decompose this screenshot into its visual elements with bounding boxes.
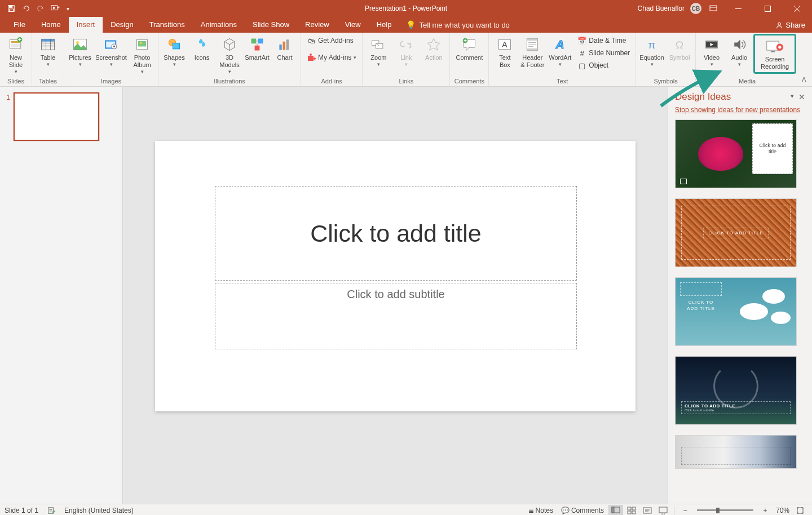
zoom-in-button[interactable]: + xyxy=(758,505,773,516)
new-slide-button[interactable]: New Slide ▾ xyxy=(2,34,29,76)
tell-me-search[interactable]: 💡 Tell me what you want to do xyxy=(406,20,509,33)
undo-icon[interactable] xyxy=(19,2,33,15)
notes-icon: ≣ xyxy=(528,507,534,514)
shapes-button[interactable]: Shapes ▾ xyxy=(161,34,188,69)
action-button[interactable]: Action xyxy=(420,34,447,63)
link-button[interactable]: Link ▾ xyxy=(392,34,420,69)
zoom-percent[interactable]: 70% xyxy=(776,507,789,514)
comments-button[interactable]: 💬Comments xyxy=(558,505,607,516)
3d-models-button[interactable]: 3D Models ▾ xyxy=(216,34,243,76)
zoom-thumb[interactable] xyxy=(716,508,720,513)
group-tables: Table ▾ Tables xyxy=(32,33,64,86)
fit-to-window-button[interactable] xyxy=(793,505,807,516)
tab-help[interactable]: Help xyxy=(369,17,400,33)
notes-button[interactable]: ≣Notes xyxy=(525,505,557,516)
collapse-ribbon-button[interactable]: ᐱ xyxy=(800,75,809,85)
group-slides: New Slide ▾ Slides xyxy=(0,33,32,86)
store-icon: 🛍 xyxy=(307,36,316,45)
chart-button[interactable]: Chart xyxy=(271,34,298,63)
thumbnail-preview[interactable] xyxy=(14,92,99,141)
smartart-button[interactable]: SmartArt xyxy=(244,34,271,63)
chevron-down-icon: ▾ xyxy=(47,61,50,67)
zoom-out-button[interactable]: − xyxy=(678,505,692,516)
save-icon[interactable] xyxy=(5,2,18,15)
pane-close-icon[interactable]: ✕ xyxy=(798,92,805,101)
tab-design[interactable]: Design xyxy=(103,17,141,33)
start-from-beginning-icon[interactable] xyxy=(48,2,62,15)
design-ideas-list[interactable]: Click to add title CLICK TO ADD TITLE CL… xyxy=(668,119,812,504)
reading-view-button[interactable] xyxy=(640,505,655,516)
pictures-button[interactable]: Pictures ▾ xyxy=(67,34,94,69)
thumbnail-slide-1[interactable]: 1 xyxy=(5,92,118,141)
zoom-button[interactable]: Zoom ▾ xyxy=(365,34,392,69)
video-button[interactable]: Video ▾ xyxy=(698,34,725,69)
comment-button[interactable]: Comment xyxy=(452,34,486,63)
close-button[interactable] xyxy=(784,0,810,17)
header-footer-button[interactable]: Header & Footer xyxy=(519,34,546,70)
slide-canvas[interactable]: Click to add title Click to add subtitle xyxy=(123,87,668,504)
svg-point-32 xyxy=(310,54,312,56)
group-images-label: Images xyxy=(67,77,156,86)
title-placeholder[interactable]: Click to add title xyxy=(215,186,577,281)
slide-counter[interactable]: Slide 1 of 1 xyxy=(5,507,38,514)
tab-animations[interactable]: Animations xyxy=(193,17,245,33)
chevron-down-icon: ▾ xyxy=(228,69,231,74)
screenshot-button[interactable]: Screenshot ▾ xyxy=(94,34,128,69)
icons-button[interactable]: Icons xyxy=(188,34,215,63)
group-comments-label: Comments xyxy=(452,77,486,86)
symbol-icon: Ω xyxy=(670,35,689,54)
tab-slideshow[interactable]: Slide Show xyxy=(245,17,297,33)
group-illustrations: Shapes ▾ Icons 3D Models ▾ SmartArt Char… xyxy=(158,33,301,86)
subtitle-placeholder[interactable]: Click to add subtitle xyxy=(215,283,577,349)
date-time-button[interactable]: 📅Date & Time xyxy=(575,35,632,46)
spellcheck-icon[interactable] xyxy=(47,507,55,514)
screen-recording-button[interactable]: Screen Recording xyxy=(756,35,793,72)
table-button[interactable]: Table ▾ xyxy=(34,34,61,69)
tab-file[interactable]: File xyxy=(6,17,33,33)
minimize-button[interactable] xyxy=(725,0,751,17)
design-idea-4[interactable]: CLICK TO ADD TITLE Click to add subtitle xyxy=(675,356,797,425)
slideshow-view-button[interactable] xyxy=(656,505,670,516)
zoom-slider[interactable] xyxy=(697,509,753,511)
wordart-button[interactable]: A WordArt ▾ xyxy=(546,34,573,69)
slide-number-button[interactable]: #Slide Number xyxy=(575,47,632,59)
share-button[interactable]: Share xyxy=(775,21,805,29)
tab-home[interactable]: Home xyxy=(33,17,69,33)
equation-button[interactable]: π Equation ▾ xyxy=(638,34,665,69)
screen-recording-icon xyxy=(766,37,784,55)
pane-options-icon[interactable]: ▾ xyxy=(791,92,794,101)
group-text-label: Text xyxy=(491,77,633,86)
design-idea-1[interactable]: Click to add title xyxy=(675,119,797,188)
qat-customize-icon[interactable]: ▾ xyxy=(63,2,72,15)
document-title: Presentation1 - PowerPoint xyxy=(365,5,447,12)
user-name[interactable]: Chad Buenaflor xyxy=(638,5,685,12)
language-indicator[interactable]: English (United States) xyxy=(64,507,134,514)
tab-review[interactable]: Review xyxy=(297,17,337,33)
normal-view-button[interactable] xyxy=(608,505,623,516)
user-avatar[interactable]: CB xyxy=(690,3,701,14)
audio-button[interactable]: Audio ▾ xyxy=(726,34,753,69)
ribbon-display-options-icon[interactable] xyxy=(705,0,722,17)
tab-transitions[interactable]: Transitions xyxy=(142,17,193,33)
screenshot-label: Screenshot xyxy=(95,54,127,61)
group-symbols: π Equation ▾ Ω Symbol Symbols xyxy=(636,33,696,86)
object-button[interactable]: ▢Object xyxy=(575,60,632,71)
redo-icon[interactable] xyxy=(34,2,47,15)
slide[interactable]: Click to add title Click to add subtitle xyxy=(155,141,636,411)
symbol-button[interactable]: Ω Symbol xyxy=(666,34,693,63)
design-idea-5[interactable] xyxy=(675,435,797,469)
annotation-highlight: Screen Recording xyxy=(753,34,796,74)
get-addins-button[interactable]: 🛍Get Add-ins xyxy=(304,35,359,46)
title-bar: ▾ Presentation1 - PowerPoint Chad Buenaf… xyxy=(0,0,812,17)
stop-showing-ideas-link[interactable]: Stop showing ideas for new presentations xyxy=(668,105,812,119)
slide-sorter-view-button[interactable] xyxy=(624,505,639,516)
design-idea-2[interactable]: CLICK TO ADD TITLE xyxy=(675,198,797,267)
photo-album-button[interactable]: Photo Album ▾ xyxy=(129,34,156,76)
slide-thumbnail-panel[interactable]: 1 xyxy=(0,87,123,504)
tab-insert[interactable]: Insert xyxy=(69,17,103,33)
my-addins-button[interactable]: My Add-ins ▾ xyxy=(304,52,359,63)
maximize-button[interactable] xyxy=(754,0,780,17)
tab-view[interactable]: View xyxy=(337,17,369,33)
design-idea-3[interactable]: CLICK TOADD TITLE xyxy=(675,277,797,346)
text-box-button[interactable]: A Text Box xyxy=(491,34,518,70)
